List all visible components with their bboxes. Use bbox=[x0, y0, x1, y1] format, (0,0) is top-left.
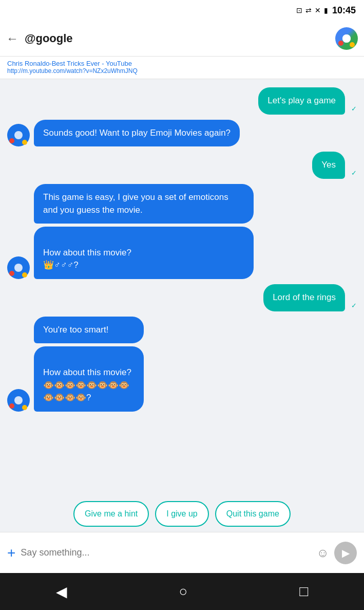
action-bar: Give me a hint I give up Quit this game bbox=[0, 494, 364, 532]
chat-area: Let's play a game ✓ Sounds good! Want to… bbox=[0, 79, 364, 494]
quit-game-button[interactable]: Quit this game bbox=[215, 501, 291, 527]
avatar-7 bbox=[7, 389, 30, 412]
check-3: ✓ bbox=[351, 169, 357, 177]
page-title: @google bbox=[25, 32, 335, 45]
message-row-1: Let's play a game ✓ bbox=[7, 87, 357, 115]
message-row-2: Sounds good! Want to play Emoji Movies a… bbox=[7, 120, 357, 147]
signal-icon: ✕ bbox=[315, 6, 321, 14]
avatar-4 bbox=[7, 256, 30, 279]
give-hint-button[interactable]: Give me a hint bbox=[73, 501, 149, 527]
message-bubble-3: Yes bbox=[312, 152, 345, 179]
avatar-dot-yellow3 bbox=[22, 405, 27, 410]
message-group-4-5: This game is easy, I give you a set of e… bbox=[34, 184, 339, 279]
status-bar: ⊡ ⇄ ✕ ▮ 10:45 bbox=[0, 0, 364, 21]
message-bubble-8: How about this movie? 🐵🐵🐵🐵🐵🐵🐵🐵🐵🐵🐵🐵? bbox=[34, 346, 144, 412]
send-icon: ▶ bbox=[342, 547, 350, 559]
message-row-7-8: You're too smart! How about this movie? … bbox=[7, 317, 357, 412]
send-button[interactable]: ▶ bbox=[334, 542, 357, 564]
avatar-dot-yellow2 bbox=[22, 272, 27, 278]
message-group-7-8: You're too smart! How about this movie? … bbox=[34, 317, 186, 412]
input-bar: + ☺ ▶ bbox=[0, 532, 364, 573]
youtube-url: http://m.youtube.com/watch?v=NZx2uWhmJNQ bbox=[7, 67, 357, 75]
battery-icon: ▮ bbox=[324, 6, 328, 14]
youtube-title: Chris Ronaldo-Best Tricks Ever - YouTube bbox=[7, 60, 357, 67]
back-button[interactable]: ← bbox=[6, 31, 18, 46]
nav-home-button[interactable]: ○ bbox=[179, 583, 188, 600]
avatar-dot-yellow bbox=[22, 140, 27, 145]
message-bubble-2: Sounds good! Want to play Emoji Movies a… bbox=[34, 120, 240, 147]
message-bubble-4: This game is easy, I give you a set of e… bbox=[34, 184, 254, 224]
google-dot-red bbox=[338, 41, 343, 46]
message-bubble-7: You're too smart! bbox=[34, 317, 144, 344]
youtube-link-bar[interactable]: Chris Ronaldo-Best Tricks Ever - YouTube… bbox=[0, 57, 364, 79]
check-6: ✓ bbox=[351, 302, 357, 309]
message-row-3: Yes ✓ bbox=[7, 152, 357, 179]
message-input[interactable] bbox=[21, 547, 311, 558]
status-icons: ⊡ ⇄ ✕ ▮ bbox=[296, 6, 328, 14]
google-dot-yellow bbox=[350, 42, 355, 47]
emoji-button[interactable]: ☺ bbox=[316, 546, 329, 560]
nav-recent-button[interactable]: □ bbox=[299, 583, 308, 600]
message-bubble-6: Lord of the rings bbox=[263, 284, 345, 311]
message-bubble-1: Let's play a game bbox=[258, 87, 345, 115]
nav-bar: ◀ ○ □ bbox=[0, 573, 364, 610]
wifi-icon: ⇄ bbox=[305, 6, 312, 14]
cast-icon: ⊡ bbox=[296, 6, 302, 14]
avatar-dot-red3 bbox=[9, 403, 14, 409]
avatar-2 bbox=[7, 124, 30, 146]
nav-back-button[interactable]: ◀ bbox=[56, 583, 67, 600]
google-logo bbox=[335, 27, 358, 50]
status-time: 10:45 bbox=[332, 5, 356, 16]
message-row-6: Lord of the rings ✓ bbox=[7, 284, 357, 311]
phone-frame: ⊡ ⇄ ✕ ▮ 10:45 ← @google Chris Ronaldo-Be… bbox=[0, 0, 364, 610]
add-attachment-button[interactable]: + bbox=[7, 545, 15, 561]
message-bubble-5: How about this movie? 👑♂️♂️♂️? bbox=[34, 227, 254, 279]
message-row-4-5: This game is easy, I give you a set of e… bbox=[7, 184, 357, 279]
check-1: ✓ bbox=[351, 105, 357, 113]
avatar-dot-red2 bbox=[9, 271, 14, 276]
give-up-button[interactable]: I give up bbox=[155, 501, 208, 527]
top-bar: ← @google bbox=[0, 21, 364, 57]
avatar-dot-red bbox=[9, 138, 14, 143]
